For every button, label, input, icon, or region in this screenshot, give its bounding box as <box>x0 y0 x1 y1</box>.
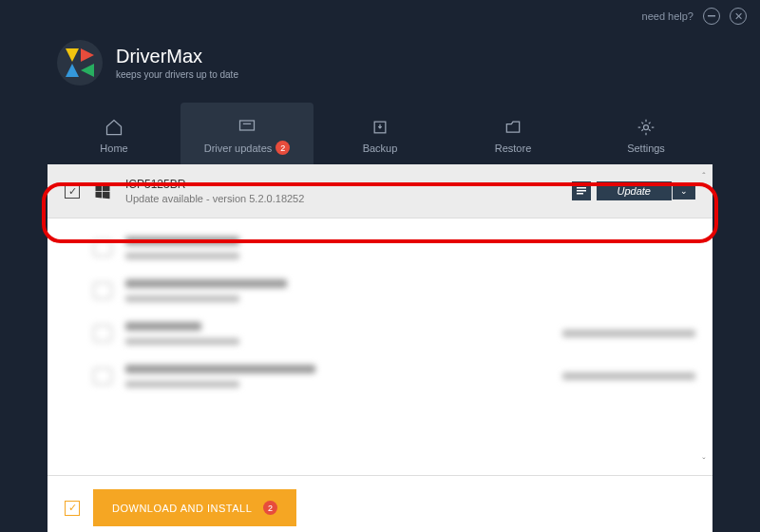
download-install-button[interactable]: DOWNLOAD AND INSTALL 2 <box>93 489 296 526</box>
list-item <box>65 269 695 312</box>
update-button[interactable]: Update <box>597 181 672 200</box>
svg-rect-6 <box>577 190 586 192</box>
nav-restore[interactable]: Restore <box>446 103 580 164</box>
windows-icon <box>93 181 112 200</box>
driver-details-button[interactable] <box>572 181 591 200</box>
brand-header: DriverMax keeps your drivers up to date <box>0 32 760 103</box>
download-badge: 2 <box>263 501 277 515</box>
restore-icon <box>503 118 523 137</box>
driver-checkbox[interactable]: ✓ <box>65 183 80 199</box>
svg-rect-5 <box>577 187 586 189</box>
home-icon <box>104 118 124 137</box>
updates-badge: 2 <box>276 141 290 155</box>
settings-icon <box>636 118 656 137</box>
blurred-driver-list <box>48 218 712 405</box>
list-item <box>65 312 695 354</box>
list-item <box>65 226 695 269</box>
nav-settings[interactable]: Settings <box>580 103 712 164</box>
help-link[interactable]: need help? <box>642 10 694 22</box>
list-item <box>65 354 695 397</box>
scrollbar[interactable]: ˆˇ <box>697 172 711 467</box>
main-nav: Home Driver updates2 Backup Restore Sett… <box>0 103 760 164</box>
nav-backup-label: Backup <box>363 142 398 154</box>
svg-rect-7 <box>577 193 583 195</box>
driver-name: ICP5125BR <box>125 178 572 191</box>
download-label: DOWNLOAD AND INSTALL <box>112 503 252 514</box>
svg-point-4 <box>644 124 649 129</box>
app-name: DriverMax <box>116 46 238 67</box>
nav-updates-label: Driver updates <box>204 142 273 154</box>
svg-rect-1 <box>240 121 255 130</box>
updates-icon <box>237 116 257 135</box>
nav-restore-label: Restore <box>495 142 532 154</box>
app-tagline: keeps your drivers up to date <box>116 69 238 80</box>
backup-icon <box>370 118 390 137</box>
select-all-checkbox[interactable]: ✓ <box>65 501 80 516</box>
driver-row[interactable]: ✓ ICP5125BR Update available - version 5… <box>48 164 712 218</box>
update-dropdown[interactable]: ⌄ <box>673 182 695 200</box>
nav-home-label: Home <box>100 142 127 154</box>
footer-actions: ✓ DOWNLOAD AND INSTALL 2 <box>48 475 712 532</box>
driver-list-panel: ✓ ICP5125BR Update available - version 5… <box>48 164 712 475</box>
close-button[interactable]: ✕ <box>730 8 747 25</box>
svg-rect-0 <box>708 15 715 17</box>
nav-home[interactable]: Home <box>48 103 180 164</box>
driver-status: Update available - version 5.2.0.18252 <box>125 193 572 204</box>
nav-backup[interactable]: Backup <box>314 103 446 164</box>
app-logo <box>57 40 103 86</box>
nav-settings-label: Settings <box>627 142 665 154</box>
nav-driver-updates[interactable]: Driver updates2 <box>180 103 314 164</box>
minimize-button[interactable] <box>703 8 720 25</box>
